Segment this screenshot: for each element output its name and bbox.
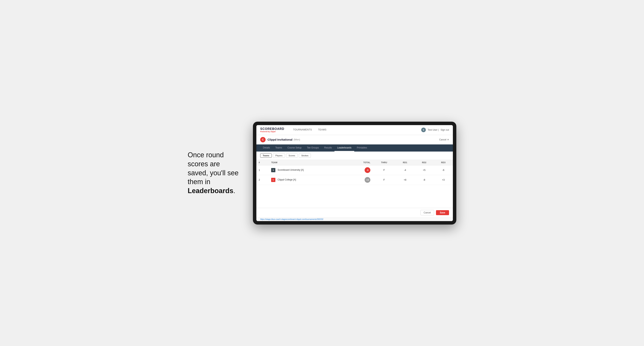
col-rank: #: [256, 160, 269, 165]
tab-details[interactable]: Details: [260, 145, 273, 152]
rank-1: 1: [256, 165, 269, 175]
save-button[interactable]: Save: [436, 210, 449, 215]
nav-tournaments[interactable]: TOURNAMENTS: [290, 125, 315, 135]
col-thru: THRU: [373, 160, 396, 165]
top-navigation: SCOREBOARD Powered by clippd TOURNAMENTS…: [256, 125, 453, 135]
team-1-total-cell: -5: [348, 165, 373, 175]
tab-tee-groups[interactable]: Tee Groups: [304, 145, 322, 152]
tablet-device: SCOREBOARD Powered by clippd TOURNAMENTS…: [253, 122, 456, 224]
tab-course-setup[interactable]: Course Setup: [285, 145, 304, 152]
leaderboard-table: # TEAM TOTAL THRU RD1 RD2 RD3 1: [256, 160, 453, 185]
toggle-scores[interactable]: Scores: [286, 154, 298, 158]
team-2-rd1: +8: [396, 175, 415, 185]
nav-teams[interactable]: TEAMS: [315, 125, 330, 135]
team-2-rd2: -8: [415, 175, 434, 185]
team-1-total-badge: -5: [364, 167, 370, 173]
team-2-cell: C Clippd College [A]: [269, 175, 348, 185]
team-2-total-badge: +3: [364, 177, 370, 183]
team-1-rd1: -4: [396, 165, 415, 175]
team-2-thru: F: [373, 175, 396, 185]
team-1-rd3: -6: [434, 165, 453, 175]
tab-leaderboards[interactable]: Leaderboards: [334, 145, 354, 152]
team-1-name: Scoreboard University [A]: [278, 169, 304, 171]
logo-subtitle: Powered by clippd: [260, 131, 284, 133]
team-1-logo: S: [271, 168, 275, 172]
team-1-rd2: +5: [415, 165, 434, 175]
sidebar-description: Once round scores are saved, you'll see …: [188, 151, 242, 195]
table-row: 1 S Scoreboard University [A] -5 F -4 +5: [256, 165, 453, 175]
tournament-icon: C: [260, 137, 266, 142]
team-1-cell: S Scoreboard University [A]: [269, 165, 348, 175]
tournament-gender: (Men): [294, 138, 300, 141]
header-cancel-button[interactable]: Cancel ✕: [439, 138, 449, 141]
tablet-screen: SCOREBOARD Powered by clippd TOURNAMENTS…: [256, 125, 453, 221]
logo-area: SCOREBOARD Powered by clippd: [260, 127, 284, 133]
team-2-logo: C: [271, 178, 275, 182]
toggle-players[interactable]: Players: [273, 154, 285, 158]
user-name: Test User |: [428, 129, 439, 131]
col-total: TOTAL: [348, 160, 373, 165]
team-2-total-cell: +3: [348, 175, 373, 185]
col-rd1: RD1: [396, 160, 415, 165]
cancel-button[interactable]: Cancel: [420, 210, 434, 215]
bottom-action-bar: Cancel Save: [256, 208, 453, 217]
toggle-area: Teams Players Scores Strokes: [256, 152, 453, 160]
col-rd2: RD2: [415, 160, 434, 165]
tournament-header: C Clippd Invitational (Men) Cancel ✕: [256, 135, 453, 145]
url-bar: https://stage-blue-coach.stagescoreboard…: [256, 217, 453, 221]
col-team: TEAM: [269, 160, 348, 165]
team-2-rd3: +3: [434, 175, 453, 185]
toggle-teams[interactable]: Teams: [260, 154, 272, 158]
table-header-row: # TEAM TOTAL THRU RD1 RD2 RD3: [256, 160, 453, 165]
col-rd3: RD3: [434, 160, 453, 165]
toggle-strokes[interactable]: Strokes: [299, 154, 311, 158]
tab-printables[interactable]: Printables: [354, 145, 370, 152]
content-spacer: [256, 185, 453, 208]
table-row: 2 C Clippd College [A] +3 F +8 -8 +3: [256, 175, 453, 185]
tab-teams[interactable]: Teams: [273, 145, 285, 152]
rank-2: 2: [256, 175, 269, 185]
nav-links: TOURNAMENTS TEAMS: [290, 125, 330, 135]
team-1-thru: F: [373, 165, 396, 175]
tournament-name: Clippd Invitational: [268, 138, 292, 141]
tab-results[interactable]: Results: [322, 145, 334, 152]
user-avatar: S: [421, 128, 426, 132]
sub-navigation: Details Teams Course Setup Tee Groups Re…: [256, 145, 453, 152]
leaderboard-table-container: # TEAM TOTAL THRU RD1 RD2 RD3 1: [256, 160, 453, 185]
team-2-name: Clippd College [A]: [278, 178, 296, 181]
sign-out-link[interactable]: Sign out: [440, 129, 449, 131]
nav-right: S Test User | Sign out: [421, 128, 449, 132]
app-logo: SCOREBOARD: [260, 127, 284, 131]
